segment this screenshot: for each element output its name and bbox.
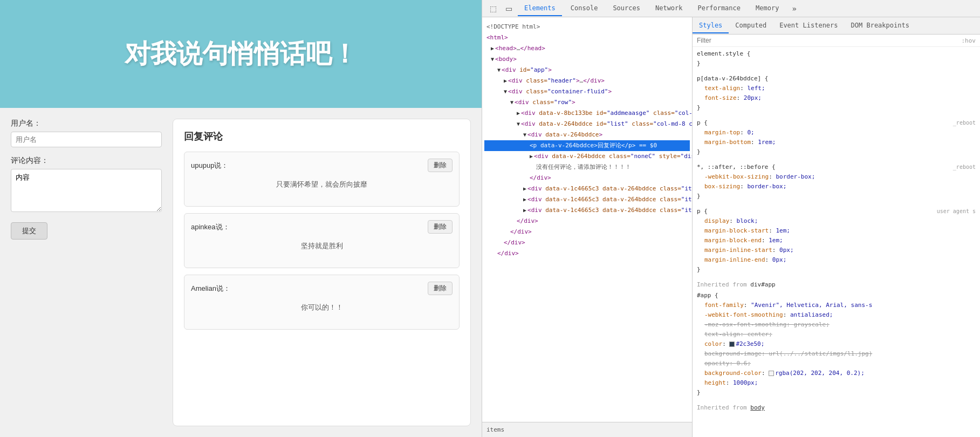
tab-sources[interactable]: Sources xyxy=(606,1,647,16)
prop-name: -webkit-box-sizing xyxy=(704,173,769,180)
prop-name: margin-block-end xyxy=(704,237,762,244)
inherited-label-body: Inherited from body xyxy=(697,403,976,413)
tab-event-listeners[interactable]: Event Listeners xyxy=(773,18,844,33)
prop-name: background-color xyxy=(704,370,762,377)
source-link: user agent s xyxy=(937,207,976,216)
style-rule-universal: *, ::after, ::before { _reboot -webkit-b… xyxy=(697,162,976,201)
tab-memory[interactable]: Memory xyxy=(749,1,785,16)
content-area: 用户名： 评论内容： 内容 提交 回复评论 upupup说： 删除 只要满怀希望… xyxy=(0,108,482,437)
tree-html[interactable]: <html> xyxy=(484,32,690,43)
prop-val: left; xyxy=(747,85,765,92)
prop-name: margin-bottom xyxy=(704,139,751,146)
more-tabs-icon[interactable]: » xyxy=(787,1,800,16)
tree-text-no-comment: 没有任何评论，请添加评论！！！！ xyxy=(484,162,690,173)
tree-div-addmeaasge[interactable]: ▶<div data-v-8bc133be id="addmeaasge" cl… xyxy=(484,108,690,119)
prop-val: center; xyxy=(747,331,772,338)
filter-row: :hov xyxy=(693,35,980,47)
main-area: 对我说句悄悄话吧！ 用户名： 评论内容： 内容 提交 回复评论 upupup说：… xyxy=(0,0,482,437)
tree-div-container[interactable]: ▼<div class="container-fluid"> xyxy=(484,86,690,97)
tree-close-app: </div> xyxy=(484,248,690,259)
username-input[interactable] xyxy=(11,132,162,147)
comment-header: Amelian说： 删除 xyxy=(191,282,453,295)
style-prop: -webkit-font-smoothing: antialiased; xyxy=(697,310,976,320)
tree-div-header[interactable]: ▶<div class="header">…</div> xyxy=(484,76,690,86)
tree-doctype[interactable]: <!DOCTYPE html> xyxy=(484,22,690,32)
tree-div-app[interactable]: ▼<div id="app"> xyxy=(484,65,690,76)
prop-name: margin-inline-end xyxy=(704,256,765,263)
submit-button[interactable]: 提交 xyxy=(11,222,47,240)
style-rule-app: #app { font-family: "Avenir", Helvetica,… xyxy=(697,291,976,398)
tree-div-264bddce[interactable]: ▼<div data-v-264bddce> xyxy=(484,129,690,140)
comment-form: 用户名： 评论内容： 内容 提交 xyxy=(11,119,162,426)
style-prop: height: 1000px; xyxy=(697,378,976,388)
tree-close-list: </div> xyxy=(484,216,690,227)
tree-div-row[interactable]: ▼<div class="row"> xyxy=(484,97,690,108)
delete-button[interactable]: 删除 xyxy=(428,159,453,172)
close-brace: } xyxy=(697,388,976,398)
comment-author: Amelian说： xyxy=(191,284,230,293)
source-link: _reboot xyxy=(953,118,976,128)
prop-val: rgba(202, 202, 204, 0.2); xyxy=(775,370,865,377)
prop-name: -moz-osx-font-smoothing xyxy=(704,321,786,328)
comment-item: Amelian说： 删除 你可以的！！ xyxy=(184,275,460,330)
style-prop: display: block; xyxy=(697,216,976,226)
prop-val: block; xyxy=(737,217,758,224)
prop-name: color xyxy=(704,340,722,347)
prop-val: 20px; xyxy=(744,94,762,101)
tab-computed[interactable]: Computed xyxy=(729,18,773,33)
content-textarea[interactable]: 内容 xyxy=(11,169,162,212)
prop-val: url(../../static/imgs/l1.jpg) xyxy=(769,350,872,357)
comment-textarea[interactable]: 你可以的！！ xyxy=(191,299,453,321)
tab-network[interactable]: Network xyxy=(649,1,689,16)
devtools-body: <!DOCTYPE html> <html> ▶<head>…</head> ▼… xyxy=(482,17,980,437)
tab-performance[interactable]: Performance xyxy=(691,1,747,16)
style-prop: margin-block-end: 1em; xyxy=(697,236,976,245)
tree-items-2[interactable]: ▶<div data-v-1c4665c3 data-v-264bddce cl… xyxy=(484,194,690,205)
prop-name: opacity xyxy=(704,360,729,367)
tree-head[interactable]: ▶<head>…</head> xyxy=(484,43,690,54)
tree-close-nonec: </div> xyxy=(484,173,690,183)
device-icon[interactable]: ▭ xyxy=(502,2,516,15)
filter-input[interactable] xyxy=(697,37,962,44)
devtools-panel: ⬚ ▭ Elements Console Sources Network Per… xyxy=(482,0,980,437)
style-selector: p { _reboot xyxy=(697,118,976,128)
prop-name: font-family xyxy=(704,302,744,309)
tab-dom-breakpoints[interactable]: DOM Breakpoints xyxy=(845,18,916,33)
inherited-label: Inherited from div#app xyxy=(697,280,976,290)
delete-button[interactable]: 删除 xyxy=(428,220,453,234)
tab-elements[interactable]: Elements xyxy=(518,1,562,16)
selector-text: #app { xyxy=(697,292,718,299)
delete-button[interactable]: 删除 xyxy=(428,282,453,295)
tree-div-list[interactable]: ▼<div data-v-264bddce id="list" class="c… xyxy=(484,119,690,129)
inspect-icon[interactable]: ⬚ xyxy=(486,2,500,15)
prop-val: #2c3e50; xyxy=(736,340,764,347)
styles-tabs: Styles Computed Event Listeners DOM Brea… xyxy=(693,17,980,35)
content-label: 评论内容： xyxy=(11,156,162,166)
tree-p-selected[interactable]: <p data-v-264bddce>回复评论</p> == $0 xyxy=(484,140,690,151)
source-link: _reboot xyxy=(953,162,976,172)
style-prop-strikethrough: text-align: center; xyxy=(697,330,976,339)
tree-items-3[interactable]: ▶<div data-v-1c4665c3 data-v-264bddce cl… xyxy=(484,205,690,216)
tab-styles[interactable]: Styles xyxy=(693,18,729,33)
tree-close-row: </div> xyxy=(484,227,690,237)
styles-content: element.style { } p[data-v-264bddce] { t… xyxy=(693,47,980,437)
comment-item: upupup说： 删除 只要满怀希望，就会所向披靡 xyxy=(184,152,460,207)
prop-val: border-box; xyxy=(776,173,815,180)
tree-items-1[interactable]: ▶<div data-v-1c4665c3 data-v-264bddce cl… xyxy=(484,183,690,194)
tab-console[interactable]: Console xyxy=(564,1,605,16)
html-tree[interactable]: <!DOCTYPE html> <html> ▶<head>…</head> ▼… xyxy=(482,17,692,422)
color-swatch xyxy=(729,342,735,347)
comment-header: upupup说： 删除 xyxy=(191,159,453,172)
style-prop-strikethrough: -moz-osx-font-smoothing: grayscale; xyxy=(697,320,976,330)
tree-body[interactable]: ▼<body> xyxy=(484,54,690,65)
comment-textarea[interactable]: 坚持就是胜利 xyxy=(191,238,453,260)
style-prop: color: #2c3e50; xyxy=(697,339,976,349)
tree-div-nonec[interactable]: ▶<div data-v-264bddce class="noneC" styl… xyxy=(484,151,690,162)
selector-text: *, ::after, ::before { xyxy=(697,163,776,170)
prop-name: box-sizing xyxy=(704,183,740,190)
style-prop: margin-bottom: 1rem; xyxy=(697,138,976,147)
tree-close-container: </div> xyxy=(484,237,690,248)
inherited-section-body: Inherited from body xyxy=(697,403,976,413)
comment-textarea[interactable]: 只要满怀希望，就会所向披靡 xyxy=(191,176,453,198)
prop-val: 0; xyxy=(747,129,754,136)
